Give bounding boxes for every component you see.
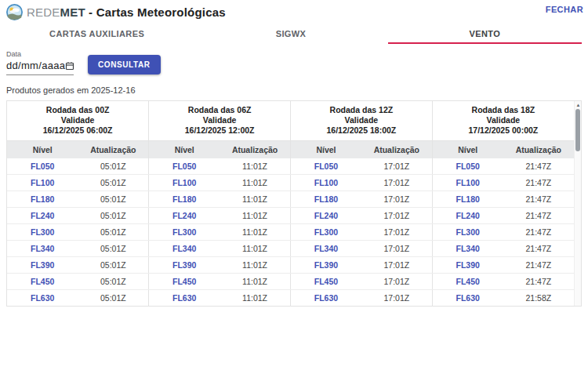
query-controls: Data dd/mm/aaaa CONSULTAR [6, 50, 588, 75]
update-time: 11:01Z [220, 191, 290, 208]
col-header-atualizacao: Atualização [361, 141, 432, 159]
products-table: Rodada das 00ZValidade16/12/2025 06:00ZR… [7, 101, 574, 306]
level-link[interactable]: FL630 [149, 290, 220, 307]
update-time: 21:47Z [503, 175, 574, 191]
update-time: 17:01Z [361, 257, 432, 274]
col-header-atualizacao: Atualização [220, 141, 290, 159]
update-time: 21:47Z [503, 257, 574, 274]
level-link[interactable]: FL240 [7, 208, 78, 224]
update-time: 21:58Z [503, 290, 574, 307]
level-link[interactable]: FL180 [149, 191, 220, 208]
close-button[interactable]: FECHAR [546, 5, 583, 14]
level-link[interactable]: FL450 [432, 274, 503, 290]
update-time: 05:01Z [78, 175, 148, 191]
level-link[interactable]: FL180 [291, 191, 361, 208]
update-time: 11:01Z [220, 175, 290, 191]
level-link[interactable]: FL450 [7, 274, 78, 290]
update-time: 05:01Z [78, 257, 148, 274]
update-time: 21:47Z [503, 274, 574, 290]
level-link[interactable]: FL300 [149, 224, 220, 241]
level-link[interactable]: FL390 [291, 257, 361, 274]
update-time: 11:01Z [220, 208, 290, 224]
col-header-nivel: Nível [149, 141, 220, 159]
update-time: 17:01Z [361, 208, 432, 224]
date-field[interactable]: Data dd/mm/aaaa [6, 50, 74, 75]
vertical-scrollbar[interactable]: ▲ [574, 101, 581, 306]
group-header: Rodada das 12ZValidade16/12/2025 18:00Z [291, 101, 433, 141]
table-row: FL18005:01ZFL18011:01ZFL18017:01ZFL18021… [7, 191, 574, 208]
update-time: 11:01Z [220, 158, 290, 175]
col-header-nivel: Nível [432, 141, 503, 159]
group-header: Rodada das 18ZValidade17/12/2025 00:00Z [432, 101, 574, 141]
update-time: 05:01Z [78, 191, 148, 208]
tab-bar: CARTAS AUXILIARES SIGWX VENTO [0, 24, 582, 44]
update-time: 17:01Z [361, 191, 432, 208]
level-link[interactable]: FL100 [7, 175, 78, 191]
tab-sigwx[interactable]: SIGWX [194, 24, 387, 44]
col-header-atualizacao: Atualização [78, 141, 148, 159]
level-link[interactable]: FL630 [432, 290, 503, 307]
table-row: FL05005:01ZFL05011:01ZFL05017:01ZFL05021… [7, 158, 574, 175]
tab-cartas-auxiliares[interactable]: CARTAS AUXILIARES [0, 24, 194, 44]
status-text: Produtos gerados em 2025-12-16 [6, 85, 582, 95]
brand-met: MET [60, 5, 85, 19]
level-link[interactable]: FL240 [432, 208, 503, 224]
update-time: 21:47Z [503, 158, 574, 175]
level-link[interactable]: FL340 [291, 241, 361, 257]
redemet-logo-icon [6, 4, 23, 20]
title-suffix: - Cartas Meteorológicas [85, 5, 226, 19]
level-link[interactable]: FL050 [291, 158, 361, 175]
scrollbar-thumb[interactable] [575, 109, 580, 151]
update-time: 17:01Z [361, 158, 432, 175]
date-field-label: Data [6, 50, 74, 58]
level-link[interactable]: FL180 [432, 191, 503, 208]
update-time: 11:01Z [220, 257, 290, 274]
group-header: Rodada das 06ZValidade16/12/2025 12:00Z [149, 101, 291, 141]
level-link[interactable]: FL390 [149, 257, 220, 274]
level-link[interactable]: FL100 [432, 175, 503, 191]
level-link[interactable]: FL300 [291, 224, 361, 241]
level-link[interactable]: FL100 [291, 175, 361, 191]
group-header: Rodada das 00ZValidade16/12/2025 06:00Z [7, 101, 149, 141]
level-link[interactable]: FL240 [291, 208, 361, 224]
level-link[interactable]: FL050 [149, 158, 220, 175]
update-time: 05:01Z [78, 290, 148, 307]
table-row: FL45005:01ZFL45011:01ZFL45017:01ZFL45021… [7, 274, 574, 290]
table-row: FL24005:01ZFL24011:01ZFL24017:01ZFL24021… [7, 208, 574, 224]
date-input[interactable]: dd/mm/aaaa [6, 60, 65, 71]
update-time: 05:01Z [78, 158, 148, 175]
level-link[interactable]: FL630 [7, 290, 78, 307]
level-link[interactable]: FL340 [149, 241, 220, 257]
level-link[interactable]: FL300 [432, 224, 503, 241]
level-link[interactable]: FL050 [7, 158, 78, 175]
table-row: FL34005:01ZFL34011:01ZFL34017:01ZFL34021… [7, 241, 574, 257]
calendar-icon[interactable] [65, 61, 74, 71]
level-link[interactable]: FL450 [149, 274, 220, 290]
scrollbar-up-arrow[interactable]: ▲ [575, 102, 582, 108]
col-header-atualizacao: Atualização [503, 141, 574, 159]
table-row: FL63005:01ZFL63011:01ZFL63017:01ZFL63021… [7, 290, 574, 307]
level-link[interactable]: FL450 [291, 274, 361, 290]
level-link[interactable]: FL050 [432, 158, 503, 175]
update-time: 17:01Z [361, 224, 432, 241]
tab-vento[interactable]: VENTO [388, 24, 582, 44]
level-link[interactable]: FL630 [291, 290, 361, 307]
level-link[interactable]: FL340 [7, 241, 78, 257]
level-link[interactable]: FL340 [432, 241, 503, 257]
level-link[interactable]: FL180 [7, 191, 78, 208]
level-link[interactable]: FL100 [149, 175, 220, 191]
update-time: 21:47Z [503, 241, 574, 257]
level-link[interactable]: FL390 [7, 257, 78, 274]
level-link[interactable]: FL240 [149, 208, 220, 224]
active-tab-indicator [388, 42, 582, 44]
update-time: 21:47Z [503, 191, 574, 208]
update-time: 21:47Z [503, 224, 574, 241]
update-time: 17:01Z [361, 274, 432, 290]
update-time: 11:01Z [220, 274, 290, 290]
update-time: 17:01Z [361, 175, 432, 191]
level-link[interactable]: FL300 [7, 224, 78, 241]
consultar-button[interactable]: CONSULTAR [88, 55, 161, 74]
update-time: 21:47Z [503, 208, 574, 224]
col-header-nivel: Nível [7, 141, 78, 159]
level-link[interactable]: FL390 [432, 257, 503, 274]
